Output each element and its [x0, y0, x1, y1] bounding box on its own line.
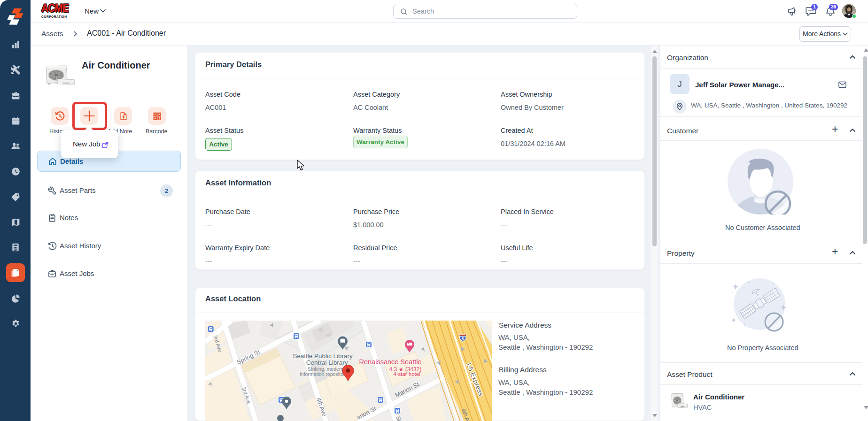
svg-text:5: 5: [462, 337, 464, 341]
svg-text:4-star hotel: 4-star hotel: [393, 371, 420, 377]
svg-text:information repository: information repository: [300, 371, 348, 377]
svg-text:- Central Library: - Central Library: [302, 359, 348, 366]
svg-text:Renaissance Seattle: Renaissance Seattle: [359, 358, 422, 366]
svg-text:Seattle Public Library: Seattle Public Library: [293, 352, 353, 360]
